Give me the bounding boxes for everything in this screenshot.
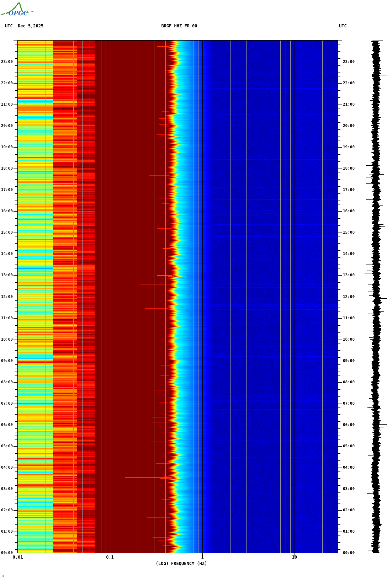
time-label-left: 08:00 xyxy=(0,380,13,384)
spectrogram-plot-canvas xyxy=(0,0,392,581)
header-timezone-right: UTC xyxy=(339,23,347,28)
time-label-left: 16:00 xyxy=(0,209,13,213)
time-label-left: 07:00 xyxy=(0,401,13,406)
time-label-right: 21:00 xyxy=(343,102,355,107)
x-axis-title: (LOG) FREQUENCY (HZ) xyxy=(156,561,207,566)
time-label-right: 16:00 xyxy=(343,209,355,213)
time-label-left: 01:00 xyxy=(0,529,13,534)
time-label-right: 15:00 xyxy=(343,230,355,235)
time-label-left: 14:00 xyxy=(0,252,13,256)
time-label-right: 13:00 xyxy=(343,273,355,277)
time-label-right: 18:00 xyxy=(343,166,355,171)
freq-tick-label: 0.01 xyxy=(13,555,23,560)
time-label-right: 04:00 xyxy=(343,465,355,470)
freq-tick-label: 0.1 xyxy=(106,555,114,560)
logo-text: OPGC xyxy=(8,10,28,17)
time-label-left: 17:00 xyxy=(0,188,13,192)
time-label-right: 03:00 xyxy=(343,487,355,491)
time-label-right: 05:00 xyxy=(343,444,355,448)
time-label-right: 07:00 xyxy=(343,401,355,406)
time-label-right: 00:00 xyxy=(343,551,355,555)
time-label-left: 06:00 xyxy=(0,423,13,427)
time-label-left: 09:00 xyxy=(0,359,13,363)
time-label-right: 12:00 xyxy=(343,295,355,299)
page-title: BRGF HHZ FR 00 xyxy=(161,23,197,28)
time-label-left: 00:00 xyxy=(0,551,13,555)
header-timezone-left: UTC xyxy=(5,23,13,28)
time-label-right: 11:00 xyxy=(343,316,355,320)
time-label-right: 22:00 xyxy=(343,81,355,85)
time-label-right: 01:00 xyxy=(343,529,355,534)
time-label-right: 20:00 xyxy=(343,124,355,128)
time-label-right: 10:00 xyxy=(343,337,355,342)
time-label-right: 08:00 xyxy=(343,380,355,384)
time-label-left: 03:00 xyxy=(0,487,13,491)
spectrogram-page: OPGC UTC Dec 5,2025 BRGF HHZ FR 00 UTC 0… xyxy=(0,0,392,581)
time-label-left: 22:00 xyxy=(0,81,13,85)
freq-tick-label: 10 xyxy=(292,555,297,560)
freq-tick-label: 1 xyxy=(201,555,203,560)
time-label-left: 23:00 xyxy=(0,60,13,64)
time-label-right: 09:00 xyxy=(343,359,355,363)
logo-mountain-curve xyxy=(1,14,5,15)
time-label-right: 02:00 xyxy=(343,508,355,512)
time-label-left: 15:00 xyxy=(0,230,13,235)
time-label-left: 04:00 xyxy=(0,465,13,470)
time-label-left: 18:00 xyxy=(0,166,13,171)
time-label-left: 05:00 xyxy=(0,444,13,448)
time-label-right: 06:00 xyxy=(343,423,355,427)
corner-mark: .H xyxy=(1,575,4,578)
time-label-left: 19:00 xyxy=(0,145,13,149)
opgc-logo: OPGC xyxy=(1,1,41,18)
time-label-left: 13:00 xyxy=(0,273,13,277)
time-label-left: 21:00 xyxy=(0,102,13,107)
time-label-left: 20:00 xyxy=(0,124,13,128)
time-label-left: 11:00 xyxy=(0,316,13,320)
time-label-right: 23:00 xyxy=(343,60,355,64)
time-label-right: 14:00 xyxy=(343,252,355,256)
time-label-left: 10:00 xyxy=(0,337,13,342)
time-label-right: 19:00 xyxy=(343,145,355,149)
time-label-right: 17:00 xyxy=(343,188,355,192)
time-label-left: 02:00 xyxy=(0,508,13,512)
time-label-left: 12:00 xyxy=(0,295,13,299)
header-date: Dec 5,2025 xyxy=(18,23,43,28)
